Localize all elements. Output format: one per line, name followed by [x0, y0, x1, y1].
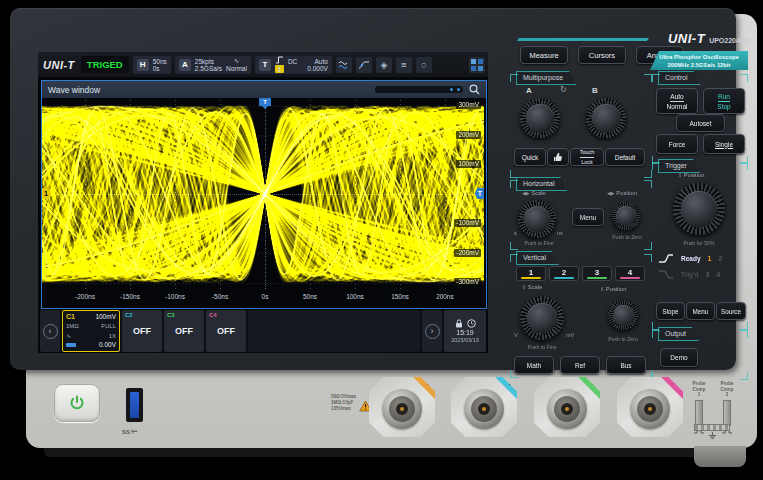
channel1-button[interactable]: 1	[516, 266, 546, 281]
display-grid-icon[interactable]	[469, 57, 485, 73]
list-icon[interactable]: ≡	[396, 57, 412, 73]
c1-bandwidth: FULL	[101, 322, 116, 330]
trigger-indicator-row-2: Trig'd 3 4	[658, 270, 720, 279]
control-label: Control	[658, 71, 701, 85]
trigger-source-1: 1	[708, 255, 712, 262]
trigger-menu-button[interactable]: Menu	[686, 302, 715, 320]
teal-accent-stripe	[517, 38, 649, 41]
power-button[interactable]	[54, 384, 100, 422]
auto-normal-button[interactable]: AutoNormal	[656, 88, 698, 114]
horizontal-unit-ns: ns	[557, 230, 563, 236]
touch-lock-button[interactable]: TouchLock	[570, 148, 604, 166]
measure-button[interactable]: Measure	[520, 46, 568, 64]
front-panel: UNI-T TRIGED H 50ns 0s A 25kpts 2.5GSa/s	[10, 8, 736, 370]
horizontal-scale-knob[interactable]	[518, 200, 556, 238]
t-block-icon: T	[259, 59, 271, 71]
svg-text:SS: SS	[122, 429, 130, 435]
c1-probe: 1X	[109, 332, 116, 340]
trigger-status-block[interactable]: T 1 DC Auto 0.000V	[255, 56, 332, 74]
source-button[interactable]: Source	[716, 302, 746, 320]
time-label: 100ns	[346, 293, 364, 300]
channel-bar-right-button[interactable]: ›	[422, 310, 442, 352]
channel3-button[interactable]: 3	[582, 266, 612, 281]
acquire-status-block[interactable]: A 25kpts 2.5GSa/s ∿ Normal	[175, 56, 251, 74]
probe-comp-2-terminal	[723, 400, 731, 426]
system-date: 2025/03/13	[451, 337, 479, 343]
slope-button[interactable]: Slope	[656, 302, 685, 320]
lock-icon	[455, 319, 463, 328]
horizontal-status-block[interactable]: H 50ns 0s	[133, 56, 171, 74]
multipurpose-label: Multipurpose	[516, 71, 576, 85]
knob-a-label: A	[526, 86, 532, 95]
xy-mode-icon[interactable]	[336, 57, 352, 73]
horizontal-push-fine: Push to Fine	[514, 240, 564, 246]
multipurpose-knob-b[interactable]	[586, 98, 626, 138]
rotate-icon: ↻	[560, 85, 567, 94]
cursors-button[interactable]: Cursors	[578, 46, 626, 64]
system-info-box[interactable]: 15:19 2025/03/13	[444, 310, 486, 352]
rising-slope-icon	[658, 254, 674, 263]
voltage-label: 100mV	[456, 160, 481, 168]
channel4-status-box[interactable]: C4 OFF	[206, 310, 246, 352]
math-button[interactable]: Math	[514, 356, 554, 374]
trigger-label: Trigger	[658, 159, 700, 173]
horizontal-menu-button[interactable]: Menu	[572, 208, 604, 226]
force-button[interactable]: Force	[656, 134, 698, 154]
c4-state: OFF	[217, 326, 235, 336]
channel4-button[interactable]: 4	[615, 266, 645, 281]
horizontal-scale-hint: ◀▶ Scale	[522, 190, 546, 196]
wave-window-scrollbar[interactable]	[375, 86, 463, 93]
autoset-button[interactable]: Autoset	[676, 114, 725, 132]
time-label: 50ns	[303, 293, 317, 300]
single-button[interactable]: Single	[703, 134, 745, 154]
vertical-scale-knob[interactable]	[520, 296, 564, 340]
demo-button[interactable]: Demo	[660, 348, 698, 367]
time-label: 150ns	[391, 293, 409, 300]
vertical-position-knob[interactable]	[608, 300, 638, 330]
channel3-status-box[interactable]: C3 OFF	[164, 310, 204, 352]
record-icon[interactable]: ○	[416, 57, 432, 73]
default-button[interactable]: Default	[605, 148, 645, 166]
c1-offset: 0.00V	[99, 341, 116, 349]
thumb-up-icon	[553, 152, 563, 162]
knob-b-label: B	[592, 86, 598, 95]
horizontal-position-knob[interactable]	[612, 202, 640, 230]
quick-button[interactable]: Quick	[514, 148, 546, 166]
trigger-source-4: 4	[716, 271, 720, 278]
bus-button[interactable]: Bus	[606, 356, 646, 374]
c2-name: C2	[125, 312, 133, 318]
bnc-recess-ch1: 1	[369, 377, 435, 437]
bnc-recess-ch2: 2	[451, 377, 517, 437]
voltage-label: 300mV	[456, 101, 481, 109]
clock-icon	[467, 319, 476, 328]
vertical-push-zero: Push to Zero	[600, 336, 646, 342]
channel-bar-left-button[interactable]: ‹	[40, 310, 60, 352]
channel-bar-spacer	[248, 310, 420, 352]
vertical-push-fine: Push to Fine	[516, 344, 568, 350]
channel2-status-box[interactable]: C2 OFF	[122, 310, 162, 352]
time-label: -150ns	[120, 293, 140, 300]
system-time: 15:19	[456, 329, 474, 336]
a-block-icon: A	[179, 59, 191, 71]
c1-scale: 100mV	[95, 313, 116, 321]
trigger-status-badge: TRIGED	[81, 56, 129, 73]
c3-state: OFF	[175, 326, 193, 336]
tagline-plate: Ultra Phosphor Oscilloscope 200MHz 2.5GS…	[650, 51, 748, 70]
trigger-position-marker[interactable]: T	[259, 98, 271, 106]
trigger-sweep-mode: Auto	[315, 58, 328, 65]
channel2-button[interactable]: 2	[549, 266, 579, 281]
trigger-position-knob[interactable]	[673, 183, 725, 235]
run-stop-button[interactable]: RunStop	[703, 88, 745, 114]
curve-icon[interactable]	[356, 57, 372, 73]
thumb-button[interactable]	[547, 148, 569, 166]
waveform-canvas	[42, 98, 484, 290]
multipurpose-knob-a[interactable]	[520, 98, 560, 138]
zoom-search-icon[interactable]	[469, 84, 480, 95]
channel1-status-box[interactable]: C1100mV 1MΩFULL ∿1X 0.00V	[62, 310, 120, 352]
flower-icon[interactable]: ◈	[376, 57, 392, 73]
ref-button[interactable]: Ref	[560, 356, 600, 374]
bnc-connector-ch2	[464, 389, 504, 429]
trigger-level-value: 0.000V	[307, 65, 328, 72]
falling-slope-icon	[658, 270, 674, 279]
acquire-mode: Normal	[226, 65, 247, 72]
